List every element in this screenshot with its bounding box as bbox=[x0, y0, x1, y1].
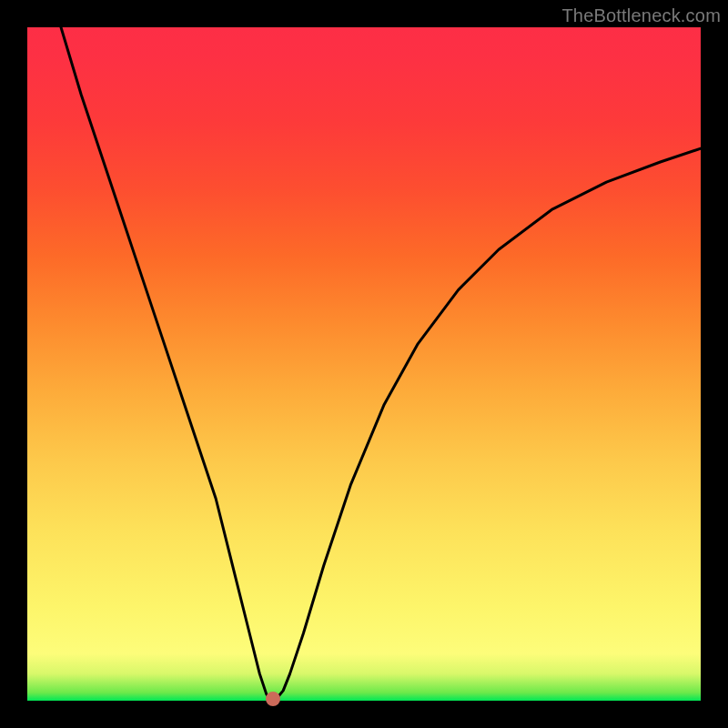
bottleneck-curve bbox=[61, 27, 701, 699]
curve-svg bbox=[27, 27, 701, 701]
chart-frame: TheBottleneck.com bbox=[0, 0, 728, 728]
watermark-text: TheBottleneck.com bbox=[561, 5, 721, 26]
plot-area bbox=[27, 27, 701, 701]
optimal-point-marker bbox=[266, 692, 280, 706]
